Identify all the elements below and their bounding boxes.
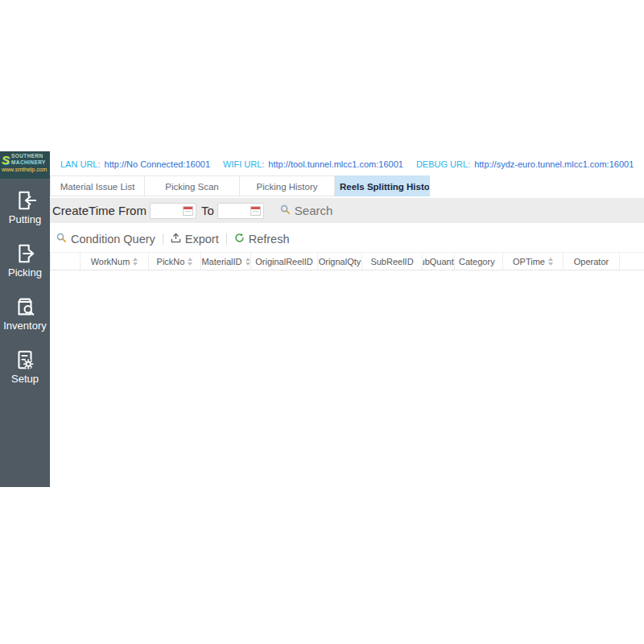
createtime-from-datebox[interactable] xyxy=(150,203,196,219)
sidebar-item-inventory[interactable]: Inventory xyxy=(0,295,50,333)
search-button[interactable]: Search xyxy=(280,204,333,218)
sidebar-item-label: Picking xyxy=(8,266,42,280)
tab-strip: Material Issue ListPicking ScanPicking H… xyxy=(50,175,644,196)
export-icon xyxy=(171,232,181,246)
column-label: WorkNum xyxy=(91,254,130,270)
logo-brand: SOUTHERN MACHINERY xyxy=(11,153,46,166)
refresh-button[interactable]: Refresh xyxy=(234,232,290,246)
url-label: DEBUG URL: xyxy=(416,159,470,169)
tab-picking-history[interactable]: Picking History xyxy=(240,175,335,196)
condition-query-button[interactable]: Condition Query xyxy=(56,232,155,246)
createtime-from-label: CreateTime From xyxy=(52,204,147,217)
url-segment: LAN URL:http://No Connected:16001 xyxy=(60,159,210,169)
sidebar-item-label: Inventory xyxy=(3,319,46,333)
column-label: SubReelID xyxy=(370,254,413,270)
column-label: Operator xyxy=(574,254,609,270)
sort-icon xyxy=(133,258,138,266)
url-segment: DEBUG URL:http://sydz-euro.tunnel.mlcc1.… xyxy=(416,159,634,169)
sidebar-nav: PuttingPickingInventorySetup xyxy=(0,179,50,386)
toolbar-divider xyxy=(163,233,163,245)
door-arrow-in-icon xyxy=(13,188,37,213)
column-header-orignalqty: OrignalQty xyxy=(318,253,362,270)
column-label: MaterialID xyxy=(201,254,242,270)
refresh-icon xyxy=(234,232,245,246)
createtime-to-label: To xyxy=(201,204,214,217)
sort-icon xyxy=(188,258,192,266)
logo-brand-line2: MACHINERY xyxy=(11,159,46,166)
door-arrow-out-icon xyxy=(13,242,37,266)
tab-picking-scan[interactable]: Picking Scan xyxy=(145,175,240,196)
createtime-from-input[interactable] xyxy=(152,204,183,217)
url-value-link[interactable]: http://tool.tunnel.mlcc1.com:16001 xyxy=(268,159,403,169)
table-header-row: WorkNumPickNoMaterialIDOriginalReelIDOri… xyxy=(50,252,644,270)
logo-site-url: www.smthelp.com xyxy=(2,166,48,173)
box-search-icon xyxy=(13,295,37,319)
column-label: Category xyxy=(459,254,495,270)
tab-reels-splitting-history[interactable]: Reels Splitting History xyxy=(335,175,430,196)
sidebar-item-putting[interactable]: Putting xyxy=(0,188,50,227)
url-label: LAN URL: xyxy=(60,159,101,169)
export-button[interactable]: Export xyxy=(171,232,219,246)
sort-icon xyxy=(246,258,250,266)
toolbar: Condition Query Export Refresh xyxy=(50,229,644,248)
calendar-icon[interactable] xyxy=(250,206,261,216)
column-header-worknum[interactable]: WorkNum xyxy=(80,253,149,270)
toolbar-divider xyxy=(226,233,227,245)
url-label: WIFI URL: xyxy=(223,159,264,169)
column-label: SubQuantity xyxy=(423,254,455,270)
app-window: S SOUTHERN MACHINERY www.smthelp.com Put… xyxy=(0,151,644,487)
doc-gear-icon xyxy=(13,348,37,372)
search-icon xyxy=(280,204,291,218)
logo-brand-line1: SOUTHERN xyxy=(11,153,46,159)
table-body-empty xyxy=(50,270,644,480)
column-header-pickno[interactable]: PickNo xyxy=(149,253,201,270)
app-logo: S SOUTHERN MACHINERY www.smthelp.com xyxy=(0,151,50,179)
createtime-to-input[interactable] xyxy=(220,204,250,217)
column-label: OriginalReelID xyxy=(255,254,313,270)
filter-band: CreateTime From To Search xyxy=(50,198,644,223)
column-header-index xyxy=(50,253,80,270)
logo-mark: S xyxy=(2,154,10,166)
main-content: LAN URL:http://No Connected:16001WIFI UR… xyxy=(50,151,644,480)
url-status-bar: LAN URL:http://No Connected:16001WIFI UR… xyxy=(50,157,644,171)
sidebar: S SOUTHERN MACHINERY www.smthelp.com Put… xyxy=(0,151,50,487)
sidebar-item-setup[interactable]: Setup xyxy=(0,348,50,386)
url-value-link[interactable]: http://sydz-euro.tunnel.mlcc1.com:16001 xyxy=(474,159,634,169)
sidebar-item-picking[interactable]: Picking xyxy=(0,242,50,280)
column-label: OPTime xyxy=(513,254,545,270)
tab-material-issue-list[interactable]: Material Issue List xyxy=(50,175,145,196)
url-segment: WIFI URL:http://tool.tunnel.mlcc1.com:16… xyxy=(223,159,403,169)
url-value-link[interactable]: http://No Connected:16001 xyxy=(105,159,210,169)
column-label: PickNo xyxy=(157,254,185,270)
column-header-originalreelid: OriginalReelID xyxy=(251,253,318,270)
calendar-icon[interactable] xyxy=(183,206,193,216)
sort-icon xyxy=(548,258,553,266)
column-header-subquantity: SubQuantity xyxy=(423,253,455,270)
column-header-materialid[interactable]: MaterialID xyxy=(201,253,251,270)
sidebar-item-label: Putting xyxy=(9,213,41,227)
sidebar-item-label: Setup xyxy=(11,372,39,386)
search-icon xyxy=(56,232,67,246)
column-label: OrignalQty xyxy=(319,254,361,270)
column-header-optime[interactable]: OPTime xyxy=(503,253,564,270)
column-header-category: Category xyxy=(455,253,503,270)
createtime-to-datebox[interactable] xyxy=(217,203,264,219)
column-header-subreelid: SubReelID xyxy=(362,253,423,270)
column-header-operator: Operator xyxy=(564,253,620,270)
